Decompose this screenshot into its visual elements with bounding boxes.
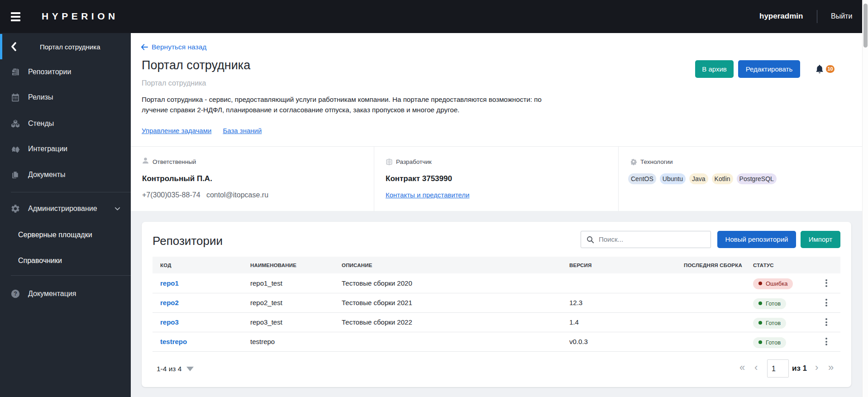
svg-text:?: ? [14,291,17,297]
